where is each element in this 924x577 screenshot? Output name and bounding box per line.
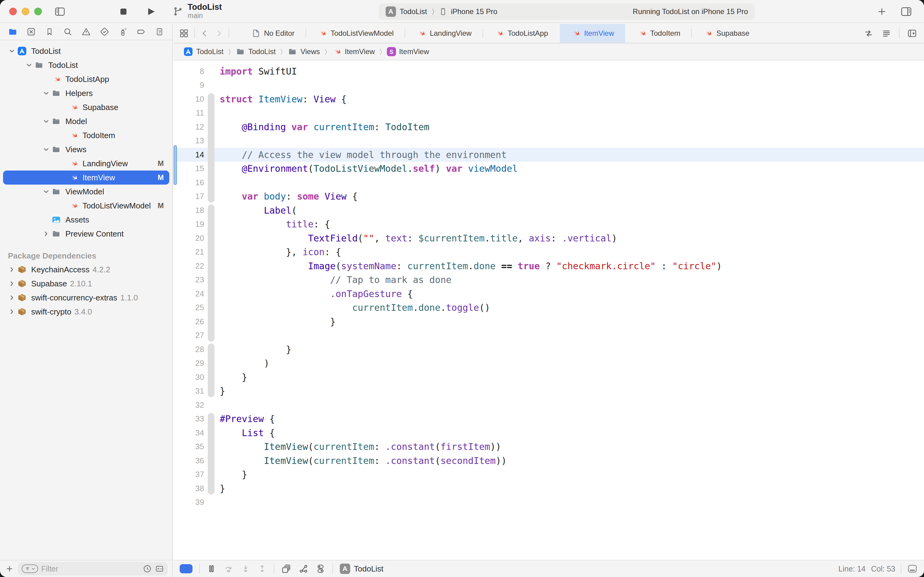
add-editor-icon[interactable]	[907, 28, 917, 39]
toggle-left-sidebar-icon[interactable]	[53, 0, 67, 23]
view-hierarchy-icon[interactable]	[281, 564, 291, 574]
source-editor[interactable]: 78import SwiftUI910struct ItemView: View…	[174, 61, 924, 560]
sidebar-item-preview-content[interactable]: Preview Content	[3, 227, 169, 241]
code-line-9[interactable]: 9	[174, 78, 924, 92]
chevron-down-icon[interactable]	[42, 146, 51, 153]
related-items-icon[interactable]	[179, 28, 189, 38]
environment-overrides-icon[interactable]	[316, 564, 326, 574]
go-forward-icon[interactable]	[214, 28, 223, 38]
breakpoints-toggle-icon[interactable]	[180, 564, 193, 573]
sidebar-item-assets[interactable]: Assets	[3, 213, 169, 227]
chevron-down-icon[interactable]	[42, 118, 51, 125]
chevron-right-icon[interactable]	[7, 294, 16, 301]
chevron-down-icon[interactable]	[42, 90, 51, 97]
code-line-16[interactable]: 16	[174, 176, 924, 190]
editor-tab-supabase[interactable]: Supabase	[692, 24, 760, 43]
report-navigator-icon[interactable]	[154, 26, 165, 37]
breadcrumb-views[interactable]: Views	[288, 47, 320, 56]
chevron-right-icon[interactable]	[7, 266, 16, 273]
code-line-35[interactable]: 35 ItemView(currentItem: .constant(first…	[174, 440, 924, 454]
breakpoint-navigator-icon[interactable]	[136, 26, 146, 37]
package-item-swift-concurrency-extras[interactable]: swift-concurrency-extras1.1.0	[3, 291, 169, 305]
sidebar-item-todolistviewmodel[interactable]: TodoListViewModelM	[3, 199, 169, 213]
code-line-19[interactable]: 19 title: {	[174, 217, 924, 231]
stop-button[interactable]	[117, 0, 130, 23]
code-line-33[interactable]: 33#Preview {	[174, 412, 924, 426]
breadcrumb-todolist[interactable]: TodoList	[236, 47, 275, 56]
code-line-39[interactable]: 39	[174, 495, 924, 509]
code-line-34[interactable]: 34 List {	[174, 426, 924, 440]
filter-input[interactable]: Filter	[18, 562, 167, 575]
code-line-8[interactable]: 8import SwiftUI	[174, 64, 924, 79]
bookmark-navigator-icon[interactable]	[44, 26, 55, 37]
running-process[interactable]: A TodoList	[340, 564, 383, 574]
project-navigator-icon[interactable]	[7, 26, 18, 37]
debug-navigator-icon[interactable]	[118, 26, 128, 37]
sidebar-item-todolist[interactable]: TodoList	[3, 58, 169, 72]
code-line-30[interactable]: 30 }	[174, 371, 924, 384]
sidebar-item-itemview[interactable]: ItemViewM	[3, 171, 169, 185]
sidebar-item-supabase[interactable]: Supabase	[3, 100, 169, 114]
chevron-down-icon[interactable]	[7, 47, 16, 55]
find-navigator-icon[interactable]	[62, 26, 73, 37]
close-button[interactable]	[9, 8, 17, 15]
code-line-18[interactable]: 18 Label(	[174, 203, 924, 218]
breadcrumb-itemview[interactable]: ItemView	[332, 47, 375, 56]
run-destination[interactable]: iPhone 15 Pro	[451, 7, 497, 16]
chevron-right-icon[interactable]	[7, 308, 16, 315]
code-line-14[interactable]: 14 // Access the view model through the …	[174, 148, 924, 162]
sidebar-item-todolistapp[interactable]: TodoListApp	[3, 72, 169, 86]
filter-scm-icon[interactable]	[155, 564, 164, 573]
code-line-7[interactable]: 7	[174, 61, 924, 64]
editor-tab-no-editor[interactable]: No Editor	[241, 24, 306, 43]
code-line-37[interactable]: 37 }	[174, 467, 924, 482]
chevron-right-icon[interactable]	[42, 230, 51, 237]
editor-tab-todolistapp[interactable]: TodoListApp	[483, 24, 559, 43]
add-button[interactable]	[874, 0, 889, 23]
editor-tab-itemview[interactable]: ItemView	[560, 24, 625, 43]
code-review-icon[interactable]	[863, 28, 874, 39]
code-line-28[interactable]: 28 }	[174, 343, 924, 357]
code-line-36[interactable]: 36 ItemView(currentItem: .constant(secon…	[174, 454, 924, 468]
code-line-38[interactable]: 38}	[174, 482, 924, 496]
memory-graph-icon[interactable]	[298, 564, 309, 574]
code-line-17[interactable]: 17 var body: some View {	[174, 190, 924, 203]
add-file-icon[interactable]	[5, 564, 14, 573]
code-line-12[interactable]: 12 @Binding var currentItem: TodoItem	[174, 120, 924, 134]
zoom-button[interactable]	[34, 8, 42, 15]
chevron-down-icon[interactable]	[42, 188, 51, 195]
sidebar-item-views[interactable]: Views	[3, 142, 169, 156]
code-line-24[interactable]: 24 .onTapGesture {	[174, 287, 924, 301]
sidebar-item-landingview[interactable]: LandingViewM	[3, 156, 169, 171]
project-title-block[interactable]: TodoList main	[172, 2, 222, 19]
pause-execution-icon[interactable]	[206, 564, 216, 574]
toggle-debug-area-icon[interactable]	[907, 563, 918, 574]
sidebar-item-viewmodel[interactable]: ViewModel	[3, 185, 169, 199]
package-item-supabase[interactable]: Supabase2.10.1	[3, 277, 169, 291]
editor-tab-landingview[interactable]: LandingView	[405, 24, 483, 43]
package-item-swift-crypto[interactable]: swift-crypto3.4.0	[3, 305, 169, 319]
test-navigator-icon[interactable]	[99, 26, 110, 37]
sidebar-item-model[interactable]: Model	[3, 114, 169, 128]
code-line-29[interactable]: 29 )	[174, 356, 924, 371]
editor-tab-todolistviewmodel[interactable]: TodoListViewModel	[306, 24, 404, 43]
recent-files-icon[interactable]	[143, 564, 152, 573]
scheme-selector[interactable]: A TodoList 〉 iPhone 15 Pro Running TodoL…	[379, 3, 755, 20]
sidebar-item-helpers[interactable]: Helpers	[3, 86, 169, 100]
source-control-navigator-icon[interactable]	[26, 26, 37, 37]
code-line-27[interactable]: 27	[174, 329, 924, 343]
code-line-22[interactable]: 22 Image(systemName: currentItem.done ==…	[174, 259, 924, 273]
run-button[interactable]	[144, 0, 158, 23]
code-line-32[interactable]: 32	[174, 398, 924, 412]
go-back-icon[interactable]	[200, 28, 209, 38]
chevron-right-icon[interactable]	[7, 280, 16, 287]
code-line-21[interactable]: 21 }, icon: {	[174, 245, 924, 259]
package-item-keychainaccess[interactable]: KeychainAccess4.2.2	[3, 263, 169, 277]
breadcrumb-itemview[interactable]: SItemView	[387, 47, 429, 56]
code-line-26[interactable]: 26 }	[174, 315, 924, 329]
adjust-editor-options-icon[interactable]	[881, 28, 892, 39]
code-line-15[interactable]: 15 @Environment(TodoListViewModel.self) …	[174, 162, 924, 176]
filter-options-icon[interactable]	[22, 564, 38, 573]
code-line-25[interactable]: 25 currentItem.done.toggle()	[174, 301, 924, 315]
sidebar-item-todoitem[interactable]: TodoItem	[3, 128, 169, 142]
